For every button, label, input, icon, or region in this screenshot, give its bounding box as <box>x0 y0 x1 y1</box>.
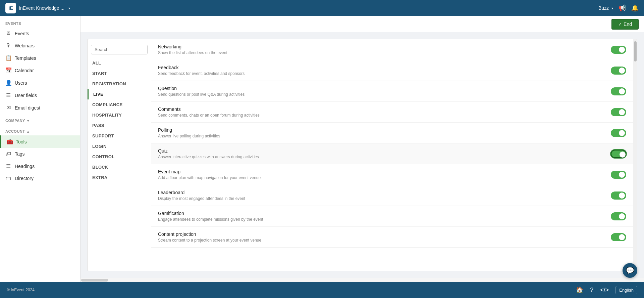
toggle-polling[interactable] <box>611 129 626 137</box>
toggle-quiz[interactable] <box>611 150 626 158</box>
company-chevron-icon: ▾ <box>27 119 29 123</box>
language-button[interactable]: English <box>615 286 637 294</box>
toggle-content-projection[interactable] <box>611 233 626 241</box>
main-layout: EVENTS 🖥 Events 🎙 Webinars 📋 Templates 📅… <box>0 16 644 282</box>
feature-row-polling: Polling Answer live polling during activ… <box>151 123 633 143</box>
cat-item-login[interactable]: LOGIN <box>88 141 151 152</box>
account-section-toggle[interactable]: ACCOUNT ▴ <box>0 125 80 135</box>
company-label: COMPANY <box>5 119 25 123</box>
tags-icon: 🏷 <box>5 151 11 157</box>
company-section-toggle[interactable]: COMPANY ▾ <box>0 114 80 125</box>
feature-row-content-projection: Content projection Stream content to a p… <box>151 227 633 248</box>
feature-desc-networking: Show the list of attendees on the event <box>158 50 611 55</box>
cat-item-extra[interactable]: EXTRA <box>88 172 151 183</box>
toggle-networking[interactable] <box>611 46 626 54</box>
feature-info-polling: Polling Answer live polling during activ… <box>158 127 611 138</box>
feature-info-event-map: Event map Add a floor plan with map navi… <box>158 169 611 180</box>
search-box <box>91 45 148 54</box>
toggle-slider-quiz <box>611 150 626 158</box>
cat-item-compliance[interactable]: COMPLIANCE <box>88 99 151 110</box>
cat-item-control[interactable]: CONTROL <box>88 152 151 162</box>
headings-icon: ☰ <box>5 163 11 169</box>
feature-desc-feedback: Send feedback for event, activities and … <box>158 71 611 76</box>
sidebar-item-users[interactable]: 👤 Users <box>0 77 80 89</box>
sidebar-item-templates[interactable]: 📋 Templates <box>0 52 80 64</box>
bottom-right: 🏠 ? </> English <box>576 286 637 294</box>
buzz-button[interactable]: Buzz ▾ <box>598 5 613 11</box>
help-icon[interactable]: ? <box>590 287 593 294</box>
account-chevron-icon: ▴ <box>27 130 29 133</box>
feature-name-event-map: Event map <box>158 169 611 174</box>
feature-name-polling: Polling <box>158 127 611 133</box>
toggle-gamification[interactable] <box>611 212 626 220</box>
bell-icon[interactable]: 🔔 <box>631 4 639 12</box>
feature-name-networking: Networking <box>158 44 611 49</box>
feature-row-feedback: Feedback Send feedback for event, activi… <box>151 60 633 81</box>
users-icon: 👤 <box>5 80 11 86</box>
horizontal-scrollbar-thumb <box>81 279 108 282</box>
feature-row-gamification: Gamification Engage attendees to complet… <box>151 206 633 227</box>
copyright-text: ® InEvent 2024 <box>7 288 35 292</box>
feature-name-comments: Comments <box>158 107 611 112</box>
cat-item-all[interactable]: ALL <box>88 58 151 68</box>
feature-desc-quiz: Answer interactive quizzes with answers … <box>158 155 611 159</box>
sidebar-item-calendar[interactable]: 📅 Calendar <box>0 64 80 77</box>
feature-info-comments: Comments Send comments, chats or an open… <box>158 107 611 118</box>
sidebar-events-label: Events <box>15 31 29 36</box>
sidebar-item-tags[interactable]: 🏷 Tags <box>0 148 80 160</box>
feature-list: Networking Show the list of attendees on… <box>151 39 633 271</box>
sidebar-item-tools[interactable]: 🧰 Tools <box>0 135 80 148</box>
webinar-icon: 🎙 <box>5 43 11 49</box>
buzz-chevron-icon: ▾ <box>611 6 613 10</box>
cat-item-live[interactable]: LIVE <box>88 89 151 99</box>
toggle-leaderboard[interactable] <box>611 191 626 200</box>
end-button[interactable]: ✓ End <box>611 19 639 30</box>
feature-name-content-projection: Content projection <box>158 231 611 237</box>
toggle-slider-leaderboard <box>611 191 626 200</box>
chat-bubble-button[interactable]: 💬 <box>623 263 637 278</box>
home-icon[interactable]: 🏠 <box>576 286 583 294</box>
sidebar-item-webinars[interactable]: 🎙 Webinars <box>0 40 80 52</box>
cat-item-block[interactable]: BLOCK <box>88 162 151 172</box>
toggle-question[interactable] <box>611 87 626 95</box>
toggle-slider-comments <box>611 108 626 116</box>
feature-info-feedback: Feedback Send feedback for event, activi… <box>158 65 611 76</box>
events-section-label: EVENTS <box>0 16 80 28</box>
feature-name-feedback: Feedback <box>158 65 611 70</box>
feature-info-gamification: Gamification Engage attendees to complet… <box>158 211 611 222</box>
feature-info-quiz: Quiz Answer interactive quizzes with ans… <box>158 148 611 159</box>
chat-bubble-icon: 💬 <box>626 266 634 274</box>
app-logo[interactable]: iE <box>5 3 16 13</box>
megaphone-icon[interactable]: 📢 <box>619 4 626 12</box>
toggle-slider-gamification <box>611 212 626 220</box>
cat-item-registration[interactable]: REGISTRATION <box>88 79 151 89</box>
sidebar: EVENTS 🖥 Events 🎙 Webinars 📋 Templates 📅… <box>0 16 80 282</box>
toggle-event-map[interactable] <box>611 171 626 179</box>
toggle-comments[interactable] <box>611 108 626 116</box>
cat-item-start[interactable]: START <box>88 68 151 79</box>
sidebar-item-events[interactable]: 🖥 Events <box>0 28 80 40</box>
feature-row-leaderboard: Leaderboard Display the most engaged att… <box>151 185 633 206</box>
cat-item-hospitality[interactable]: HOSPITALITY <box>88 110 151 120</box>
calendar-icon: 📅 <box>5 67 11 74</box>
sidebar-tags-label: Tags <box>15 151 25 157</box>
cat-item-support[interactable]: SUPPORT <box>88 131 151 141</box>
sidebar-tools-label: Tools <box>16 139 27 144</box>
sidebar-item-directory[interactable]: 🗃 Directory <box>0 172 80 184</box>
sidebar-headings-label: Headings <box>15 164 35 169</box>
horizontal-scrollbar[interactable] <box>80 278 644 282</box>
sidebar-users-label: Users <box>15 80 27 86</box>
code-icon[interactable]: </> <box>600 287 609 294</box>
sidebar-item-user-fields[interactable]: ☰ User fields <box>0 89 80 101</box>
toggle-feedback[interactable] <box>611 67 626 75</box>
search-input[interactable] <box>91 45 148 54</box>
logo-text: iE <box>8 5 13 11</box>
sidebar-item-email-digest[interactable]: ✉ Email digest <box>0 101 80 114</box>
sidebar-templates-label: Templates <box>15 55 36 61</box>
cat-item-pass[interactable]: PASS <box>88 120 151 131</box>
sidebar-item-headings[interactable]: ☰ Headings <box>0 160 80 172</box>
feature-name-leaderboard: Leaderboard <box>158 190 611 195</box>
vertical-scrollbar[interactable] <box>633 39 637 271</box>
inner-panel: ALL START REGISTRATION LIVE COMPLIANCE H… <box>87 39 637 271</box>
app-dropdown-icon[interactable]: ▾ <box>68 6 70 10</box>
